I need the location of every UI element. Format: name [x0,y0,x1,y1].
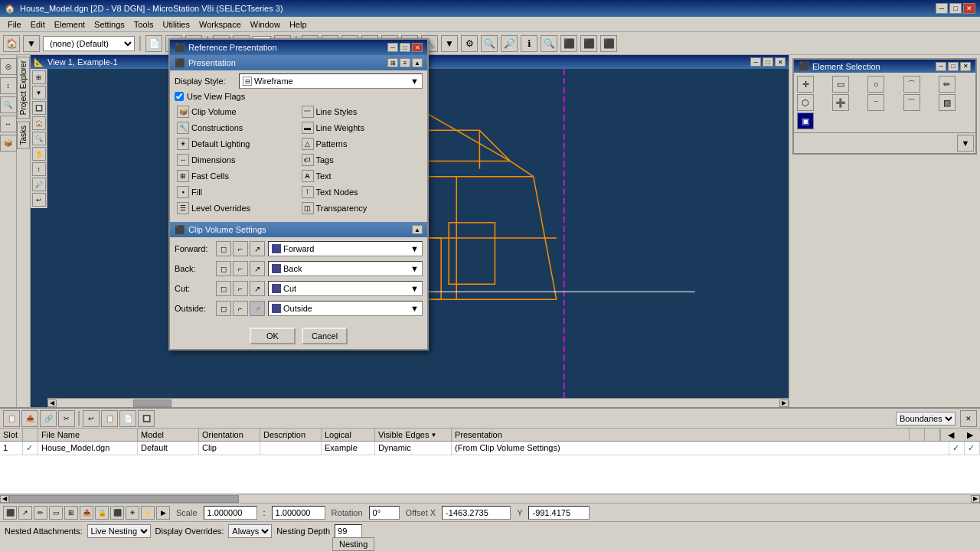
status-icon-2[interactable]: ↗ [18,506,32,520]
option-fast-cells[interactable]: ⊞ Fast Cells [175,168,299,184]
elem-sel-close[interactable]: ✕ [960,62,971,71]
cancel-button[interactable]: Cancel [302,328,348,344]
left-tool-1[interactable]: ◎ [0,58,17,75]
option-fill[interactable]: ▪ Fill [175,184,299,200]
elem-icon-arc[interactable]: ⌒ [903,76,920,93]
view-tool-6[interactable]: ✋ [32,147,46,161]
clip-outside-btn2[interactable]: ⌐ [233,301,248,316]
menu-workspace[interactable]: Workspace [194,19,246,30]
minimize-button[interactable]: ─ [936,3,948,14]
col-check1[interactable] [910,429,925,441]
ref-tool-3[interactable]: 🔗 [40,410,57,427]
status-icon-5[interactable]: ⊞ [64,506,78,520]
col-check2[interactable] [925,429,940,441]
menu-help[interactable]: Help [285,19,312,30]
option-line-styles[interactable]: 〰 Line Styles [299,104,423,119]
status-icon-1[interactable]: ⬛ [3,506,17,520]
col-expand-btn[interactable]: ▶ [960,429,980,441]
clip-outside-btn1[interactable]: ◻ [216,301,231,316]
status-icon-6[interactable]: 📤 [80,506,93,520]
elem-icon-arrow-down[interactable]: ▼ [957,135,974,152]
col-filename[interactable]: File Name [38,429,138,441]
view-maximize[interactable]: □ [763,57,773,67]
clip-back-select[interactable]: Back ▼ [268,261,423,276]
use-view-flags-checkbox[interactable] [175,92,184,101]
status-icon-8[interactable]: ⬛ [110,506,124,520]
ref-tool-2[interactable]: 📤 [21,410,38,427]
tool-btn-18[interactable]: 🔎 [501,35,518,52]
option-transparency[interactable]: ◫ Transparency [299,201,423,216]
boundaries-dropdown[interactable]: Boundaries [896,412,956,425]
tool-btn-20[interactable]: 🔍 [541,35,557,52]
left-tool-5[interactable]: 📦 [0,135,17,152]
clip-cut-btn1[interactable]: ◻ [216,281,231,296]
tool-dropdown-arrow[interactable]: ▼ [23,35,40,52]
display-style-dropdown[interactable]: ⊟ Wireframe ▼ [239,73,423,89]
clip-forward-btn3[interactable]: ↗ [250,241,265,256]
option-patterns[interactable]: △ Patterns [299,136,423,152]
option-text-nodes[interactable]: ⊺ Text Nodes [299,184,423,200]
elem-icon-plus[interactable]: ➕ [832,94,849,111]
nested-attachments-select[interactable]: Live Nesting [87,524,151,538]
clip-forward-select[interactable]: Forward ▼ [268,241,423,256]
none-default-dropdown[interactable]: (none) (Default) [43,36,135,51]
ref-tool-5[interactable]: ↩ [83,410,100,427]
option-text[interactable]: A Text [299,168,423,184]
ref-scrollbar-thumb[interactable] [9,495,239,503]
ref-tool-6[interactable]: 📋 [101,410,118,427]
presentation-list-view[interactable]: ≡ [400,58,410,67]
view-minimize[interactable]: ─ [750,57,761,67]
col-check[interactable] [23,429,38,441]
menu-utilities[interactable]: Utilities [158,19,194,30]
elem-icon-circle[interactable]: ○ [867,76,884,93]
presentation-collapse[interactable]: ▲ [412,58,423,67]
menu-element[interactable]: Element [50,19,90,30]
clip-back-btn2[interactable]: ⌐ [233,261,248,276]
option-dimensions[interactable]: ↔ Dimensions [175,152,299,168]
view-tool-4[interactable]: 🏠 [32,116,46,130]
status-icon-4[interactable]: ▭ [49,506,63,520]
col-panel-btn[interactable]: ◀ [940,429,960,441]
status-icon-9[interactable]: ☀ [126,506,139,520]
ref-tool-4[interactable]: ✂ [58,410,75,427]
elem-sel-maximize[interactable]: □ [948,62,959,71]
menu-window[interactable]: Window [246,19,285,30]
clip-volume-collapse[interactable]: ▲ [412,225,423,234]
elem-icon-fill[interactable]: ▨ [939,94,956,111]
elem-icon-curve[interactable]: ⌒ [903,94,920,111]
project-explorer-tab[interactable]: Project Explorer [17,57,30,119]
ref-scroll-left[interactable]: ◀ [0,495,9,503]
option-constructions[interactable]: 🔧 Constructions [175,120,299,135]
col-visible-edges[interactable]: Visible Edges ▼ [375,429,452,441]
clip-cut-btn2[interactable]: ⌐ [233,281,248,296]
view-tool-3[interactable]: 🔲 [32,101,46,115]
maximize-button[interactable]: □ [949,3,962,14]
col-model[interactable]: Model [138,429,199,441]
tool-btn-21[interactable]: ⬛ [560,35,577,52]
tool-btn-15[interactable]: ▼ [441,35,458,52]
elem-icon-crosshair[interactable]: ✛ [797,76,814,93]
status-icon-10[interactable]: ⚡ [141,506,155,520]
horizontal-scrollbar[interactable]: ◀ ▶ [47,398,789,407]
ok-button[interactable]: OK [250,328,296,344]
status-icon-7[interactable]: 🔒 [95,506,109,520]
option-default-lighting[interactable]: ☀ Default Lighting [175,136,299,152]
elem-icon-selected[interactable]: ▣ [797,112,814,129]
scrollbar-thumb[interactable] [133,399,172,407]
dialog-maximize[interactable]: □ [400,43,410,52]
view-tool-2[interactable]: ▼ [32,86,46,99]
elem-icon-polygon[interactable]: ⬡ [797,94,814,111]
menu-edit[interactable]: Edit [26,19,50,30]
tool-btn-23[interactable]: ⬛ [600,35,617,52]
clip-back-btn1[interactable]: ◻ [216,261,231,276]
display-overrides-select[interactable]: Always [228,524,272,538]
col-orientation[interactable]: Orientation [199,429,260,441]
col-description[interactable]: Description [260,429,322,441]
clip-cut-btn3[interactable]: ↗ [250,281,265,296]
nesting-tab[interactable]: Nesting [332,537,374,551]
left-tool-4[interactable]: ↔ [0,116,17,132]
dialog-minimize[interactable]: ─ [387,43,398,52]
col-slot[interactable]: Slot [0,429,23,441]
option-tags[interactable]: 🏷 Tags [299,152,423,168]
view-tool-1[interactable]: ⊞ [32,70,46,84]
